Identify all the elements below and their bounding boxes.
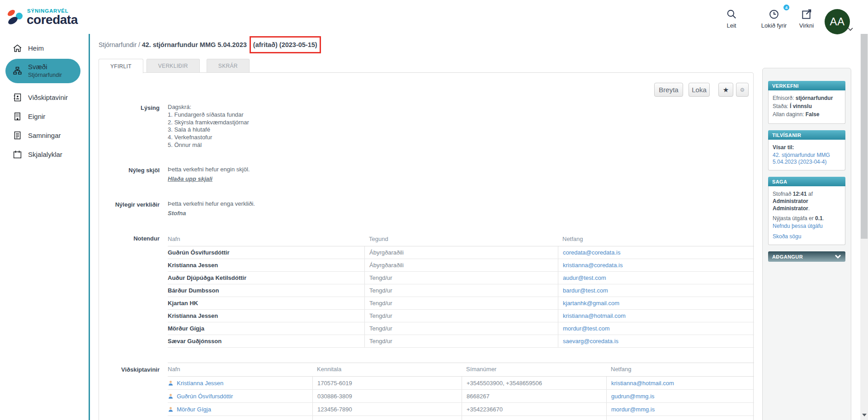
panel-verkefni: VERKEFNI Efnisorð: stjórnarfundur Staða:… <box>768 81 845 124</box>
edit-button[interactable]: Breyta <box>654 83 683 97</box>
tab-verklidir[interactable]: VERKLIÐIR <box>146 59 200 72</box>
avatar-chevron-down-icon[interactable] <box>847 27 854 32</box>
user-name: Kristíanna Jessen <box>168 310 364 322</box>
coredata-logo[interactable]: SÝNINGARVÉL coredata <box>6 5 106 30</box>
search-button[interactable]: Leit <box>711 8 752 29</box>
column-header-tegund: Tegund <box>364 236 558 242</box>
email-link[interactable]: saevarg@coredata.is <box>563 338 618 344</box>
vidskiptavinir-table-header: Nafn Kennitala Símanúmer Netfang <box>168 363 754 377</box>
client-phone: +3545503900, +3548659506 <box>462 377 606 389</box>
notendur-label: Notendur <box>99 235 160 242</box>
user-type: Ábyrgðaraðili <box>364 246 558 259</box>
email-link[interactable]: kristianna@hotmail.com <box>563 312 626 319</box>
vidskiptavinir-table-row: Kristíanna Jessen170575-6019+3545503900,… <box>168 377 754 390</box>
email-link[interactable]: coredata@coredata.is <box>563 249 620 256</box>
sidebar-item-samningar[interactable]: Samningar <box>5 127 82 143</box>
nyleg-skjol-empty-text: Þetta verkefni hefur engin skjöl. <box>168 166 753 174</box>
panel-tilvisanir: TILVÍSANIR Vísar til: 42. stjórnarfundur… <box>768 130 845 170</box>
sidebar-label-eignir: Eignir <box>28 113 45 120</box>
client-kennitala: 123456-7890 <box>312 403 462 415</box>
verklidir-empty-text: Þetta verkefni hefur enga verkliði. <box>168 200 753 208</box>
sidebar-item-eignir[interactable]: Eignir <box>5 109 82 124</box>
scrollbar-down-arrow[interactable] <box>862 414 867 416</box>
column-header-netfang: Netfang <box>558 236 754 242</box>
settings-gear-button[interactable]: ⚙ <box>736 83 749 97</box>
email-link[interactable]: bardur@test.com <box>563 287 608 294</box>
sidebar-sublabel-stjornarfundir: Stjórnarfundir <box>28 72 62 78</box>
user-name: Kristíanna Jessen <box>168 259 364 271</box>
user-email-cell: bardur@test.com <box>558 284 754 297</box>
nyleg-skjol-label: Nýleg skjöl <box>99 167 160 174</box>
user-email-cell: kristianna@hotmail.com <box>558 310 754 322</box>
user-type: Tengd/ur <box>364 272 558 284</box>
client-name-link[interactable]: Kristíanna Jessen <box>177 380 223 387</box>
sidebar-label-vidskiptavinir: Viðskiptavinir <box>28 94 68 101</box>
client-kennitala: 030886-3809 <box>312 390 462 402</box>
scrollbar-thumb[interactable] <box>861 19 868 239</box>
client-email-cell: mordur@mmg.is <box>606 403 754 415</box>
user-type: Tengd/ur <box>364 335 558 347</box>
panel-saga: SAGA Stofnað 12:41 af Administrator Admi… <box>768 177 845 245</box>
sidebar-item-heim[interactable]: Heim <box>5 40 82 56</box>
notendur-table-header: Nafn Tegund Netfang <box>168 234 754 246</box>
email-link[interactable]: mordur@mmg.is <box>611 406 655 413</box>
email-link[interactable]: audur@test.com <box>563 274 606 281</box>
user-email-cell: kristianna@coredata.is <box>558 259 754 271</box>
user-email-cell: coredata@coredata.is <box>558 246 754 259</box>
email-link[interactable]: kristianna@coredata.is <box>563 262 623 269</box>
user-name: Mörður Gígja <box>168 322 364 335</box>
client-phone: 8668267 <box>462 390 606 402</box>
section-vidskiptavinir: Viðskiptavinir Nafn Kennitala Símanúmer … <box>99 363 753 420</box>
close-button[interactable]: Loka <box>689 83 710 97</box>
sidebar-item-vidskiptavinir[interactable]: Viðskiptavinir <box>5 90 82 105</box>
toolbar: Breyta Loka ★ ⚙ <box>654 83 749 97</box>
notendur-table-row: Guðrún ÓsvífursdóttirÁbyrgðaraðilicoreda… <box>168 246 754 259</box>
adgangur-panel-header[interactable]: AÐGANGUR <box>768 251 845 262</box>
email-link[interactable]: gudrun@mmg.is <box>611 393 655 400</box>
user-email-cell: mordur@test.com <box>558 322 754 335</box>
user-name: Bárður Dumbsson <box>168 284 364 297</box>
sidebar-item-skjalalyklar[interactable]: Skjalalyklar <box>5 146 82 162</box>
view-history-link[interactable]: Skoða sögu <box>773 233 841 240</box>
allan-daginn-value: False <box>806 111 820 118</box>
visar-til-label: Vísar til: <box>773 144 794 151</box>
client-phone <box>462 416 606 420</box>
clock-icon <box>768 8 780 20</box>
tab-skrar[interactable]: SKRÁR <box>207 59 250 72</box>
user-email-cell: saevarg@coredata.is <box>558 335 754 347</box>
email-link[interactable]: kristianna@hotmail.com <box>611 380 674 387</box>
activity-label: Virkni <box>786 22 827 29</box>
activity-button[interactable]: Virkni <box>786 8 827 29</box>
notendur-table-row: Mörður GígjaTengd/urmordur@test.com <box>168 322 754 335</box>
right-sidebar: VERKEFNI Efnisorð: stjórnarfundur Staða:… <box>762 68 851 420</box>
tab-yfirlit[interactable]: YFIRLIT <box>99 59 143 73</box>
upload-document-link[interactable]: Hlaða upp skjali <box>168 175 212 183</box>
favorite-star-button[interactable]: ★ <box>718 83 733 97</box>
home-icon <box>13 43 22 53</box>
user-type: Ábyrgðaraðili <box>364 259 558 271</box>
vidskiptavinir-table-row: Halldór <box>168 416 754 420</box>
column-header-nafn: Nafn <box>168 366 312 373</box>
user-avatar[interactable]: AA <box>825 9 850 34</box>
nylegir-verklidir-label: Nýlegir verkliðir <box>99 201 160 208</box>
search-icon <box>726 8 737 20</box>
email-link[interactable]: kjartanhk@gmail.com <box>563 300 619 307</box>
version-line: Nýjasta útgáfa er 0.1. <box>773 215 841 222</box>
verkefni-panel-header: VERKEFNI <box>768 81 845 90</box>
create-task-link[interactable]: Stofna <box>168 210 186 217</box>
email-link[interactable]: mordur@test.com <box>563 325 610 332</box>
left-sidebar: Heim Svæði Stjórnarfundir Viðskiptavinir… <box>0 34 89 420</box>
breadcrumb-current: 42. stjórnarfundur MMG 5.04.2023 <box>142 41 249 48</box>
sitemap-icon <box>13 66 22 76</box>
breadcrumb-parent-link[interactable]: Stjórnarfundir <box>99 41 137 48</box>
sidebar-item-svaedi[interactable]: Svæði Stjórnarfundir <box>5 59 80 83</box>
reference-link[interactable]: 42. stjórnarfundur MMG 5.04.2023 (2023-0… <box>773 152 841 165</box>
chevron-down-icon <box>835 254 841 259</box>
user-name: Guðrún Ósvífursdóttir <box>168 246 364 259</box>
user-name: Kjartan HK <box>168 297 364 309</box>
section-lysing: Lýsing Dagskrá: 1. Fundargerð síðasta fu… <box>99 104 753 149</box>
name-version-link[interactable]: Nefndu þessa útgáfu <box>773 223 841 230</box>
section-nylegir-verklidir: Nýlegir verkliðir Þetta verkefni hefur e… <box>99 200 753 217</box>
client-name-link[interactable]: Mörður Gígja <box>177 406 211 413</box>
client-name-link[interactable]: Guðrún Ósvífursdóttir <box>177 393 233 400</box>
